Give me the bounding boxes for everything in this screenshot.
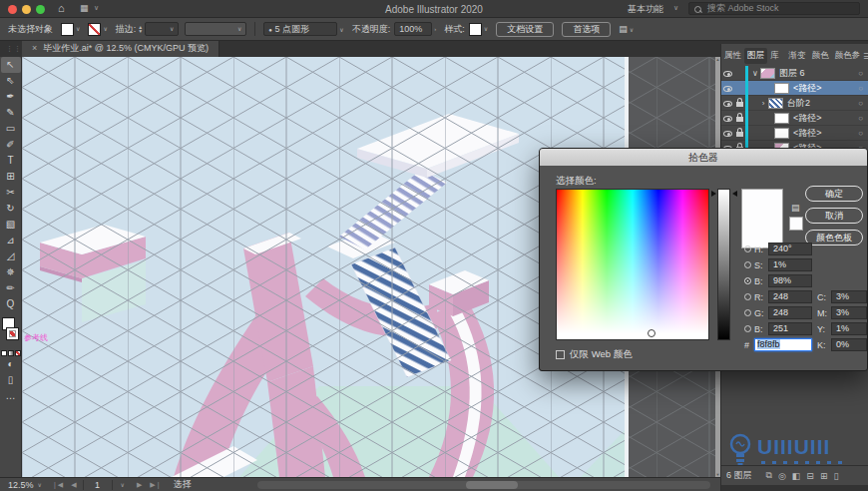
gradient-tool[interactable]: ▧	[1, 217, 21, 233]
document-tab[interactable]: ×毕业作业.ai* @ 12.5% (CMYK/GPU 预览)	[22, 41, 219, 57]
close-tab-icon[interactable]: ×	[32, 43, 37, 53]
stock-search-input[interactable]: 搜索 Adobe Stock	[688, 2, 860, 15]
layer-name[interactable]: <路径>	[793, 82, 822, 95]
web-only-checkbox[interactable]: 仅限 Web 颜色	[556, 348, 633, 361]
eyedropper-tool[interactable]: ⊿	[1, 233, 21, 248]
tab-layers[interactable]: 图层	[744, 48, 767, 64]
layer-thumbnail[interactable]	[768, 98, 783, 109]
symbol-sprayer-tool[interactable]: ✵	[1, 264, 21, 280]
layer-name[interactable]: 图层 6	[779, 67, 805, 80]
layer-thumbnail[interactable]	[774, 113, 789, 124]
radio-g[interactable]	[744, 309, 751, 316]
stroke-weight-stepper[interactable]: ▲▼	[138, 25, 143, 33]
layer-row[interactable]: <路径> ○	[721, 111, 868, 126]
target-circle-icon[interactable]: ○	[858, 129, 863, 138]
stroke-swatch[interactable]	[88, 23, 101, 36]
layer-row[interactable]: ∨ 图层 6 ○	[721, 66, 868, 81]
layer-row-selected[interactable]: <路径> ○	[721, 81, 868, 96]
radio-b[interactable]	[744, 277, 751, 284]
stroke-color-swatch[interactable]	[6, 327, 19, 340]
layer-name[interactable]: <路径>	[793, 112, 822, 125]
collect-for-export-icon[interactable]: ⧉	[766, 470, 772, 481]
layer-row[interactable]: <路径> ○	[721, 126, 868, 141]
style-swatch[interactable]	[469, 23, 482, 36]
tab-gradient[interactable]: 渐变	[786, 48, 809, 64]
visibility-toggle[interactable]	[721, 98, 734, 109]
selection-tool[interactable]: ↖	[1, 57, 21, 73]
horizontal-scrollbar[interactable]	[257, 481, 710, 489]
panel-options-icon[interactable]: ▤	[619, 24, 628, 34]
zoom-level[interactable]: 12.5%	[8, 480, 34, 490]
zoom-tool[interactable]: Q	[1, 296, 21, 312]
tab-properties[interactable]: 属性	[721, 48, 744, 64]
edit-toolbar-button[interactable]: …	[1, 388, 21, 404]
color-field[interactable]	[556, 189, 709, 340]
visibility-toggle[interactable]	[721, 113, 734, 124]
last-artboard-button[interactable]: ▶|	[150, 481, 161, 489]
layer-name[interactable]: <路径>	[793, 127, 822, 140]
web-safe-swatch[interactable]	[789, 217, 803, 231]
chevron-down-icon[interactable]: ∨	[103, 26, 107, 32]
dialog-title[interactable]: 拾色器	[540, 149, 867, 166]
rectangle-tool[interactable]: ▭	[1, 121, 21, 137]
pen-tool[interactable]: ✒	[1, 89, 21, 105]
brush-definition-dropdown[interactable]: ● 5 点圆形	[263, 22, 337, 36]
chevron-down-icon[interactable]: ∨	[38, 481, 42, 488]
first-artboard-button[interactable]: |◀	[54, 481, 65, 489]
radio-r[interactable]	[744, 293, 751, 300]
y-value-field[interactable]: 1%	[831, 322, 867, 335]
target-circle-icon[interactable]: ○	[858, 114, 863, 123]
c-value-field[interactable]: 3%	[831, 290, 867, 303]
artboard-tool[interactable]: ⊞	[1, 169, 21, 185]
workspace-switcher[interactable]: 基本功能	[628, 3, 663, 16]
visibility-toggle[interactable]	[721, 83, 734, 94]
tab-libraries[interactable]: 库	[767, 48, 782, 64]
layer-name[interactable]: 台阶2	[787, 97, 810, 110]
disclosure-icon[interactable]: ∨	[750, 69, 760, 78]
document-setup-button[interactable]: 文档设置	[496, 22, 554, 37]
screen-mode-icon[interactable]: ▯	[1, 372, 21, 388]
target-circle-icon[interactable]: ○	[858, 84, 863, 93]
brightness-slider[interactable]	[717, 189, 730, 340]
radio-h[interactable]	[744, 246, 751, 252]
target-circle-icon[interactable]: ○	[858, 99, 863, 108]
layer-thumbnail[interactable]	[760, 68, 775, 79]
scrollbar-thumb[interactable]	[466, 481, 518, 489]
lock-toggle[interactable]	[734, 129, 745, 137]
layer-row[interactable]: › 台阶2 ○	[721, 96, 868, 111]
lock-toggle[interactable]	[734, 114, 745, 122]
type-tool[interactable]: T	[1, 153, 21, 169]
chevron-down-icon[interactable]: ∨	[121, 481, 125, 488]
disclosure-icon[interactable]: ›	[758, 99, 768, 108]
slider-thumb-right-icon[interactable]	[732, 191, 737, 197]
panel-menu-icon[interactable]: ☰	[863, 52, 868, 61]
k-value-field[interactable]: 0%	[831, 338, 867, 351]
opacity-value[interactable]: 100%	[394, 22, 432, 36]
ok-button[interactable]: 确定	[805, 186, 863, 202]
b2-value-field[interactable]: 251	[768, 322, 812, 335]
slider-thumb-left-icon[interactable]	[711, 191, 716, 197]
lock-toggle[interactable]	[734, 99, 745, 107]
color-swatches-button[interactable]: 颜色色板	[805, 230, 863, 246]
fill-stroke-indicator[interactable]	[0, 316, 22, 348]
next-artboard-button[interactable]: ▶	[137, 481, 144, 489]
r-value-field[interactable]: 248	[768, 290, 812, 303]
variable-width-dropdown[interactable]: ∨	[185, 22, 246, 36]
hex-input[interactable]: f8f8fb	[754, 338, 812, 351]
delete-layer-icon[interactable]: ▯	[833, 471, 838, 481]
stroke-weight-dropdown[interactable]: ∨	[145, 22, 179, 36]
draw-mode-icon[interactable]: ◐	[1, 356, 21, 372]
h-value-field[interactable]: 240°	[768, 243, 812, 255]
cancel-button[interactable]: 取消	[805, 208, 863, 224]
chevron-down-icon[interactable]: ∨	[630, 26, 634, 33]
color-field-selector[interactable]	[648, 329, 655, 337]
chevron-down-icon[interactable]: ∨	[484, 26, 488, 32]
chevron-down-icon[interactable]: ∨	[339, 26, 343, 33]
chevron-right-icon[interactable]: ›	[434, 26, 436, 32]
make-clipping-mask-icon[interactable]: ◧	[792, 471, 801, 481]
visibility-toggle[interactable]	[721, 128, 734, 139]
b-value-field[interactable]: 98%	[768, 274, 812, 287]
scissors-tool[interactable]: ✂	[1, 185, 21, 201]
m-value-field[interactable]: 3%	[831, 306, 867, 319]
shaper-tool[interactable]: ✏	[1, 280, 21, 296]
